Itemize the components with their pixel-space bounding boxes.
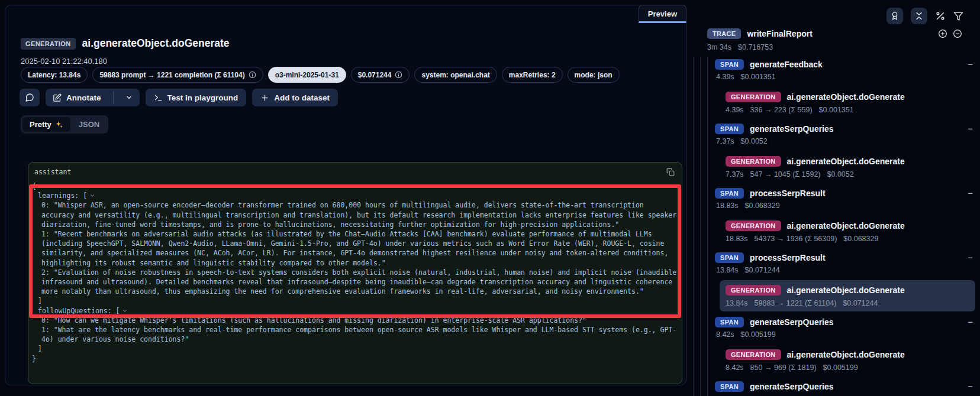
span-title: generateFeedback xyxy=(750,60,823,69)
generation-cost: $0.005199 xyxy=(823,363,858,372)
span-duration: 18.83s xyxy=(716,202,739,210)
collapse-row-icon[interactable]: − xyxy=(968,188,975,198)
metadata-pill[interactable]: system: openai.chat xyxy=(414,67,497,83)
generation-title-row: GENERATIONai.generateObject.doGenerate xyxy=(726,218,969,233)
json-array-item: 2: "Evaluation of noise robustness in sp… xyxy=(32,268,677,297)
json-array-item: 0: "How can we mitigate Whisper's limita… xyxy=(32,316,677,325)
observation-timestamp: 2025-02-10 21:22:40.180 xyxy=(21,57,107,66)
json-key-followups: followUpQuestions: [ xyxy=(32,306,677,316)
terminal-icon xyxy=(154,93,163,102)
trace-metrics: 3m 34s $0.716753 xyxy=(707,43,773,51)
pill-label: o3-mini-2025-01-31 xyxy=(275,71,339,79)
generation-duration: 8.42s xyxy=(726,363,744,372)
trace-cost: $0.716753 xyxy=(738,43,773,51)
metadata-pill-row: Latency: 13.84s59883 prompt → 1221 compl… xyxy=(21,67,620,83)
json-text: ] xyxy=(38,297,42,305)
generation-metrics: 13.84s59883 → 1221 (Σ 61104)$0.071244 xyxy=(726,299,969,307)
span-title: processSerpResult xyxy=(750,189,826,198)
comment-button[interactable] xyxy=(20,89,40,106)
collapse-row-icon[interactable]: − xyxy=(968,381,975,391)
chevron-down-icon[interactable] xyxy=(122,308,128,314)
metadata-pill[interactable]: mode: json xyxy=(568,67,620,83)
trace-toolbar xyxy=(886,8,963,24)
test-in-playground-button[interactable]: Test in playground xyxy=(146,89,247,106)
generation-tokens: 336 → 223 (Σ 559) xyxy=(750,106,813,114)
tree-span-row[interactable]: SPANprocessSerpResult− xyxy=(715,250,975,265)
comment-icon xyxy=(25,93,34,102)
percent-icon xyxy=(935,11,946,21)
pill-label: maxRetries: 2 xyxy=(509,71,556,79)
metadata-pill[interactable]: Latency: 13.84s xyxy=(21,67,88,83)
info-icon[interactable] xyxy=(249,71,256,79)
metadata-pill[interactable]: $0.071244 xyxy=(351,67,410,83)
span-title: generateSerpQueries xyxy=(750,382,834,391)
generation-duration: 4.39s xyxy=(726,106,744,114)
pill-label: mode: json xyxy=(575,71,612,79)
span-title: generateSerpQueries xyxy=(750,317,834,327)
json-text: learnings: [ xyxy=(38,191,87,200)
generation-badge: GENERATION xyxy=(726,156,781,167)
generation-metrics: 7.37s547 → 1045 (Σ 1592)$0.0052 xyxy=(726,170,969,178)
span-duration: 7.37s xyxy=(716,137,734,146)
tree-generation-row[interactable]: GENERATIONai.generateObject.doGenerate7.… xyxy=(720,151,975,183)
span-badge: SPAN xyxy=(715,59,744,70)
span-cost: $0.068329 xyxy=(745,202,780,210)
tab-preview[interactable]: Preview xyxy=(639,5,686,23)
tree-span-row[interactable]: SPANgenerateFeedback− xyxy=(715,57,975,72)
trace-tree: SPANgenerateFeedback−4.39s$0.001351GENER… xyxy=(715,57,975,394)
json-text: 0: "Whisper ASR, an open-source encoder–… xyxy=(41,201,681,228)
button-divider xyxy=(113,91,114,104)
annotate-dropdown-button[interactable] xyxy=(118,94,140,101)
trace-tree-group: SPANprocessSerpResult−18.83s$0.068329GEN… xyxy=(715,186,975,247)
tree-generation-row[interactable]: GENERATIONai.generateObject.doGenerate18… xyxy=(720,216,975,247)
tree-span-row[interactable]: SPANgenerateSerpQueries− xyxy=(715,314,975,329)
collapse-all-button[interactable] xyxy=(911,8,927,24)
generation-cost: $0.001351 xyxy=(819,106,854,114)
tab-pretty[interactable]: Pretty xyxy=(22,117,70,132)
chevron-down-icon[interactable] xyxy=(89,193,95,199)
generation-cost: $0.0052 xyxy=(827,170,854,178)
collapse-vertical-icon xyxy=(914,11,924,21)
copy-icon[interactable] xyxy=(666,168,675,176)
filter-button[interactable] xyxy=(953,11,963,21)
annotate-split-button: Annotate xyxy=(46,89,140,106)
plus-icon xyxy=(260,93,269,102)
annotations-toggle-button[interactable] xyxy=(886,8,903,24)
tree-span-row[interactable]: SPANprocessSerpResult− xyxy=(715,186,975,200)
annotate-button[interactable]: Annotate xyxy=(46,93,108,102)
collapse-row-icon[interactable]: − xyxy=(968,59,975,69)
model-pill[interactable]: o3-mini-2025-01-31 xyxy=(268,67,346,83)
generation-title: ai.generateObject.doGenerate xyxy=(787,157,905,166)
tab-json[interactable]: JSON xyxy=(72,117,107,132)
generation-badge: GENERATION xyxy=(726,220,781,231)
info-icon[interactable] xyxy=(395,71,402,79)
pill-label: $0.071244 xyxy=(358,71,392,79)
metadata-pill[interactable]: 59883 prompt → 1221 completion (Σ 61104) xyxy=(92,67,263,83)
trace-root-row[interactable]: TRACE writeFinalReport xyxy=(707,28,972,39)
span-badge: SPAN xyxy=(715,252,744,263)
metadata-pill[interactable]: maxRetries: 2 xyxy=(502,67,563,83)
action-button-row: Annotate Test in playground Add to datas… xyxy=(20,89,338,106)
generation-title: ai.generateObject.doGenerate xyxy=(787,221,905,231)
tree-generation-row[interactable]: GENERATIONai.generateObject.doGenerate4.… xyxy=(720,87,975,118)
json-output-view: {learnings: [0: "Whisper ASR, an open-so… xyxy=(28,177,682,369)
collapse-row-icon[interactable]: − xyxy=(968,317,975,327)
tree-generation-row[interactable]: GENERATIONai.generateObject.doGenerate13… xyxy=(720,280,975,311)
generation-title-row: GENERATIONai.generateObject.doGenerate xyxy=(726,154,969,168)
tree-span-row[interactable]: SPANgenerateSerpQueries− xyxy=(715,121,975,136)
add-to-dataset-button[interactable]: Add to dataset xyxy=(252,89,338,106)
span-cost: $0.0052 xyxy=(741,137,768,146)
chevron-down-icon[interactable] xyxy=(38,183,44,189)
json-close-brace: } xyxy=(32,354,677,363)
collapse-row-icon[interactable]: − xyxy=(968,252,975,262)
collapse-row-icon[interactable]: − xyxy=(968,124,975,134)
tree-generation-row[interactable]: GENERATIONai.generateObject.doGenerate8.… xyxy=(720,345,975,376)
trace-tree-group: SPANgenerateFeedback−4.39s$0.001351GENER… xyxy=(715,57,975,118)
json-text: } xyxy=(32,355,36,363)
generation-badge: GENERATION xyxy=(726,92,781,102)
collapse-all-circle-icon[interactable] xyxy=(953,29,962,38)
show-percentages-button[interactable] xyxy=(935,11,946,21)
tree-span-row[interactable]: SPANgenerateSerpQueries− xyxy=(715,379,975,394)
expand-all-icon[interactable] xyxy=(938,29,947,38)
span-badge: SPAN xyxy=(715,317,744,327)
